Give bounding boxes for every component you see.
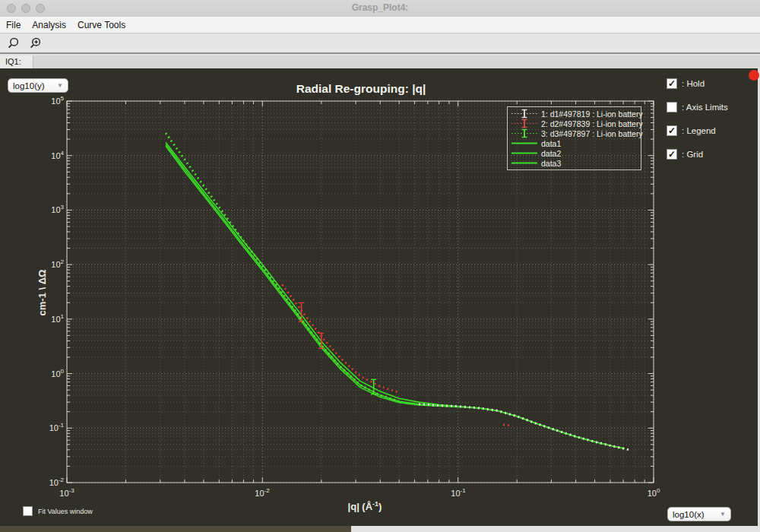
legend-entry: data2 (511, 148, 641, 158)
legend-sample-icon (511, 138, 538, 148)
iq1-label: IQ1: (0, 55, 33, 68)
legend-sample-icon (511, 109, 538, 119)
zoom-in-tool-button[interactable] (28, 36, 43, 51)
legend-entry: 3: d3#497897 : Li-ion battery (511, 128, 641, 138)
plot-option-checkboxes: ✓ : Hold : Axis Limits ✓ : Legend ✓ : Gr… (667, 78, 728, 160)
chevron-down-icon: ▼ (57, 82, 63, 89)
plot-canvas[interactable] (0, 68, 760, 526)
x-scale-value: log10(x) (673, 510, 705, 519)
legend-sample-icon (511, 148, 538, 158)
toolbar (0, 34, 760, 54)
grid-checkbox-row: ✓ : Grid (667, 149, 728, 160)
y-scale-dropdown[interactable]: log10(y) ▼ (8, 78, 68, 93)
zoom-tool-button[interactable] (6, 36, 21, 51)
legend-entry: data1 (511, 138, 641, 148)
legend-checkbox-row: ✓ : Legend (667, 125, 728, 136)
titlebar[interactable]: Grasp_Plot4: (0, 0, 760, 17)
hold-checkbox-row: ✓ : Hold (667, 78, 728, 89)
status-indicator-dot (749, 70, 759, 81)
legend-box[interactable]: 1: d1#497819 : Li-ion battery 2: d2#4978… (507, 106, 641, 170)
iq1-input[interactable] (34, 55, 760, 68)
hold-checkbox[interactable]: ✓ (667, 78, 677, 89)
plot-title: Radial Re-grouping: |q| (228, 82, 494, 96)
x-scale-dropdown[interactable]: log10(x) ▼ (667, 507, 731, 521)
grid-checkbox[interactable]: ✓ (667, 149, 677, 160)
menubar: File Analysis Curve Tools (0, 17, 760, 33)
chevron-down-icon: ▼ (720, 511, 726, 518)
window-title: Grasp_Plot4: (0, 2, 760, 13)
magnifier-plus-icon (29, 36, 43, 50)
bottom-edge-right (351, 526, 760, 532)
legend-checkbox[interactable]: ✓ (667, 125, 677, 136)
legend-sample-icon (511, 158, 538, 168)
fit-values-checkbox[interactable] (23, 506, 33, 516)
bottom-edge-left (0, 526, 351, 532)
legend-entry: 1: d1#497819 : Li-ion battery (511, 109, 641, 119)
legend-sample-icon (511, 119, 538, 128)
menu-analysis[interactable]: Analysis (32, 20, 66, 30)
x-axis-label: |q| (Å-1) (289, 500, 441, 512)
legend-entry: 2: d2#497839 : Li-ion battery (511, 119, 641, 128)
axis-limits-checkbox[interactable] (667, 102, 677, 112)
legend-entry: data3 (511, 158, 641, 168)
fit-values-checkbox-row: Fit Values window (23, 506, 93, 516)
axis-limits-checkbox-row: : Axis Limits (667, 102, 728, 112)
y-scale-value: log10(y) (13, 81, 45, 90)
magnifier-icon (7, 36, 21, 50)
grasp-plot-window: Grasp_Plot4: File Analysis Curve Tools I… (0, 0, 760, 532)
menu-curve-tools[interactable]: Curve Tools (78, 20, 125, 30)
iq-row: IQ1: (0, 55, 760, 69)
legend-sample-icon (511, 128, 538, 138)
menu-file[interactable]: File (6, 20, 21, 30)
